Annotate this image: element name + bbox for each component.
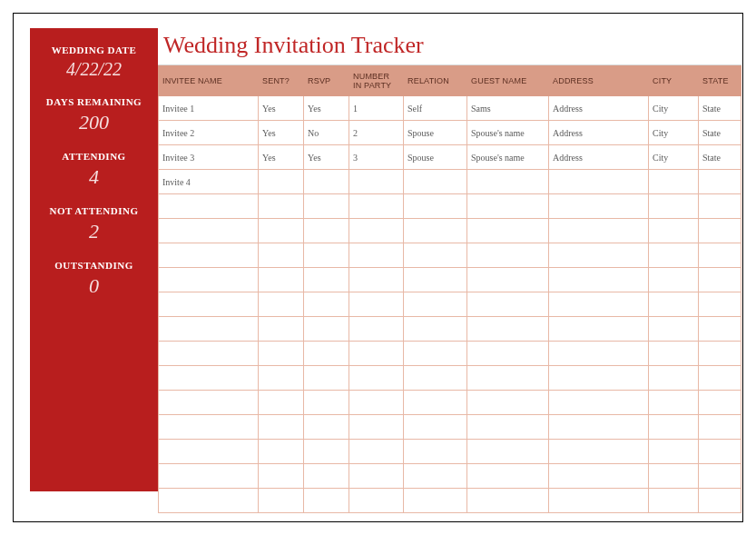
- cell-num[interactable]: [349, 391, 404, 415]
- cell-rsvp[interactable]: Yes: [304, 145, 349, 170]
- cell-guest[interactable]: [467, 464, 549, 489]
- cell-address[interactable]: [549, 415, 649, 440]
- cell-state[interactable]: [699, 170, 741, 194]
- cell-sent[interactable]: [259, 243, 304, 268]
- cell-num[interactable]: [349, 243, 404, 268]
- cell-guest[interactable]: [467, 292, 549, 317]
- cell-relation[interactable]: [404, 219, 467, 243]
- cell-num[interactable]: [349, 464, 404, 489]
- cell-city[interactable]: [649, 440, 699, 464]
- table-row[interactable]: Invitee 2YesNo2SpouseSpouse's nameAddres…: [159, 121, 741, 145]
- cell-invitee[interactable]: Invitee 1: [159, 96, 259, 121]
- col-rsvp[interactable]: RSVP: [304, 66, 349, 96]
- cell-invitee[interactable]: [159, 342, 259, 366]
- cell-rsvp[interactable]: [304, 194, 349, 219]
- cell-sent[interactable]: [259, 268, 304, 292]
- cell-guest[interactable]: Spouse's name: [467, 145, 549, 170]
- cell-rsvp[interactable]: Yes: [304, 96, 349, 121]
- cell-guest[interactable]: [467, 170, 549, 194]
- cell-rsvp[interactable]: [304, 489, 349, 513]
- cell-num[interactable]: 1: [349, 96, 404, 121]
- cell-relation[interactable]: [404, 342, 467, 366]
- cell-relation[interactable]: Self: [404, 96, 467, 121]
- cell-city[interactable]: City: [649, 96, 699, 121]
- cell-sent[interactable]: Yes: [259, 96, 304, 121]
- cell-invitee[interactable]: [159, 219, 259, 243]
- table-row[interactable]: [159, 440, 741, 464]
- cell-address[interactable]: [549, 243, 649, 268]
- cell-state[interactable]: [699, 440, 741, 464]
- cell-address[interactable]: [549, 317, 649, 342]
- cell-relation[interactable]: Spouse: [404, 145, 467, 170]
- col-state[interactable]: STATE: [699, 66, 741, 96]
- table-row[interactable]: [159, 292, 741, 317]
- cell-sent[interactable]: [259, 292, 304, 317]
- cell-num[interactable]: [349, 317, 404, 342]
- cell-relation[interactable]: Spouse: [404, 121, 467, 145]
- cell-guest[interactable]: Sams: [467, 96, 549, 121]
- cell-address[interactable]: [549, 194, 649, 219]
- cell-state[interactable]: [699, 243, 741, 268]
- cell-sent[interactable]: [259, 170, 304, 194]
- cell-rsvp[interactable]: [304, 366, 349, 391]
- cell-sent[interactable]: [259, 391, 304, 415]
- cell-relation[interactable]: [404, 464, 467, 489]
- cell-num[interactable]: [349, 268, 404, 292]
- col-number-in-party[interactable]: NUMBER IN PARTY: [349, 66, 404, 96]
- cell-rsvp[interactable]: No: [304, 121, 349, 145]
- cell-state[interactable]: [699, 489, 741, 513]
- cell-num[interactable]: [349, 170, 404, 194]
- cell-sent[interactable]: [259, 194, 304, 219]
- cell-state[interactable]: State: [699, 145, 741, 170]
- cell-num[interactable]: 2: [349, 121, 404, 145]
- cell-city[interactable]: City: [649, 121, 699, 145]
- cell-relation[interactable]: [404, 366, 467, 391]
- col-address[interactable]: ADDRESS: [549, 66, 649, 96]
- cell-address[interactable]: [549, 170, 649, 194]
- table-row[interactable]: Invitee 1YesYes1SelfSamsAddressCityState: [159, 96, 741, 121]
- col-city[interactable]: CITY: [649, 66, 699, 96]
- table-row[interactable]: [159, 317, 741, 342]
- cell-num[interactable]: [349, 219, 404, 243]
- cell-address[interactable]: [549, 440, 649, 464]
- cell-sent[interactable]: Yes: [259, 121, 304, 145]
- cell-address[interactable]: [549, 391, 649, 415]
- cell-guest[interactable]: [467, 243, 549, 268]
- table-row[interactable]: [159, 194, 741, 219]
- cell-rsvp[interactable]: [304, 342, 349, 366]
- cell-address[interactable]: [549, 366, 649, 391]
- cell-state[interactable]: [699, 366, 741, 391]
- cell-address[interactable]: [549, 268, 649, 292]
- cell-guest[interactable]: [467, 268, 549, 292]
- cell-num[interactable]: 3: [349, 145, 404, 170]
- table-row[interactable]: Invitee 3YesYes3SpouseSpouse's nameAddre…: [159, 145, 741, 170]
- cell-address[interactable]: [549, 219, 649, 243]
- table-row[interactable]: [159, 342, 741, 366]
- cell-sent[interactable]: [259, 440, 304, 464]
- cell-address[interactable]: [549, 489, 649, 513]
- cell-relation[interactable]: [404, 292, 467, 317]
- cell-num[interactable]: [349, 366, 404, 391]
- cell-state[interactable]: [699, 317, 741, 342]
- cell-num[interactable]: [349, 440, 404, 464]
- cell-city[interactable]: [649, 489, 699, 513]
- cell-city[interactable]: [649, 170, 699, 194]
- cell-address[interactable]: [549, 464, 649, 489]
- cell-state[interactable]: [699, 194, 741, 219]
- table-row[interactable]: Invite 4: [159, 170, 741, 194]
- cell-city[interactable]: [649, 342, 699, 366]
- table-row[interactable]: [159, 391, 741, 415]
- cell-relation[interactable]: [404, 415, 467, 440]
- cell-sent[interactable]: Yes: [259, 145, 304, 170]
- cell-rsvp[interactable]: [304, 292, 349, 317]
- cell-sent[interactable]: [259, 464, 304, 489]
- table-row[interactable]: [159, 219, 741, 243]
- cell-state[interactable]: [699, 268, 741, 292]
- cell-rsvp[interactable]: [304, 170, 349, 194]
- cell-state[interactable]: [699, 464, 741, 489]
- cell-state[interactable]: State: [699, 96, 741, 121]
- cell-address[interactable]: [549, 292, 649, 317]
- cell-num[interactable]: [349, 489, 404, 513]
- cell-rsvp[interactable]: [304, 243, 349, 268]
- cell-rsvp[interactable]: [304, 415, 349, 440]
